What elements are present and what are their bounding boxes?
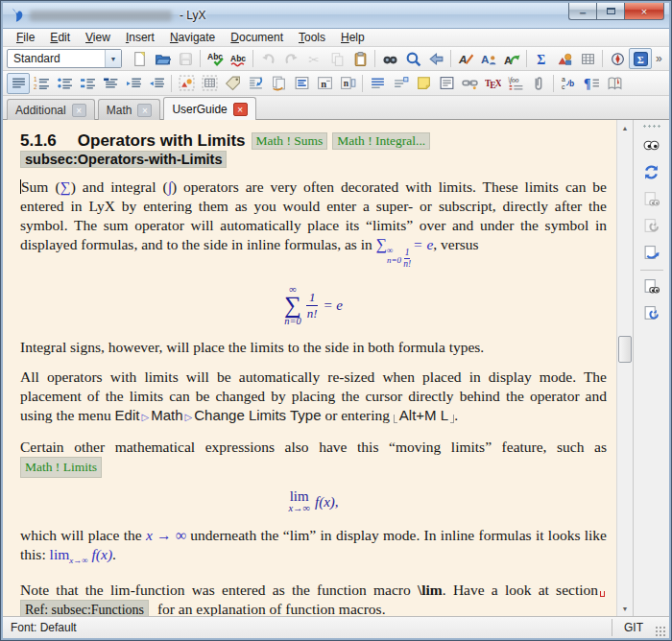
update-other-document-icon[interactable] — [637, 300, 666, 326]
paragraph-style-dropdown[interactable]: Standard▼ — [7, 49, 122, 68]
toolbar-drag-handle[interactable] — [642, 124, 661, 129]
resize-grip[interactable] — [655, 626, 667, 638]
thesaurus-icon[interactable]: acb — [557, 73, 580, 94]
document-canvas[interactable]: 5.1.6 Operators with Limits Math ! Sums … — [3, 120, 616, 616]
insert-caption-icon[interactable] — [366, 73, 389, 94]
insert-footnote-icon[interactable]: n — [313, 73, 336, 94]
tab-additional[interactable]: Additional× — [7, 99, 95, 120]
copy-icon[interactable] — [325, 48, 348, 69]
scrollbar-thumb[interactable] — [618, 336, 632, 363]
insert-short-title-icon[interactable] — [389, 73, 412, 94]
scrollbar-track[interactable] — [617, 135, 633, 601]
insert-figure-float-icon[interactable] — [175, 73, 198, 94]
check-spelling-continuously-icon[interactable]: Abc — [227, 48, 250, 69]
scroll-up-button[interactable]: ▲ — [617, 120, 633, 135]
tab-label: Math — [107, 104, 132, 117]
tab-close-icon[interactable]: × — [72, 104, 86, 117]
view-master-document-icon[interactable] — [637, 186, 666, 212]
menu-document[interactable]: Document — [223, 30, 291, 45]
menu-help[interactable]: Help — [333, 30, 372, 45]
paragraph-default-icon[interactable] — [7, 73, 30, 94]
inline-math-lim[interactable]: limx→∞ f(x) — [50, 546, 112, 562]
insert-graphics-icon[interactable] — [553, 48, 576, 69]
numbered-list-icon[interactable]: 12 — [30, 73, 53, 94]
toolbar-overflow-chevron[interactable]: » — [652, 52, 666, 65]
shortcut-corner-mark — [394, 415, 397, 423]
insert-tex-code-icon[interactable]: TEX — [481, 73, 504, 94]
update-master-document-icon[interactable] — [637, 213, 666, 239]
menubar: FileEditViewInsertNavigateDocumentToolsH… — [3, 29, 669, 47]
labeling-list-icon[interactable] — [76, 73, 99, 94]
paste-icon[interactable] — [348, 48, 372, 69]
menu-insert[interactable]: Insert — [118, 30, 162, 45]
inline-math-sum-symbol[interactable]: ∑ — [60, 178, 71, 195]
tab-math[interactable]: Math× — [98, 99, 161, 120]
search-icon[interactable] — [401, 48, 424, 69]
index-inset[interactable]: Math ! Sums — [252, 132, 328, 150]
svg-text:Abc: Abc — [230, 53, 246, 62]
menu-view[interactable]: View — [78, 30, 118, 45]
menu-tools[interactable]: Tools — [291, 30, 333, 45]
attach-file-icon[interactable] — [527, 73, 550, 94]
spellcheck-icon[interactable]: Abc — [204, 48, 227, 69]
noun-icon[interactable]: A — [477, 48, 500, 69]
index-inset[interactable]: Math ! Integral... — [332, 132, 430, 150]
view-other-formats-icon[interactable] — [637, 240, 666, 266]
hyphenation-icon[interactable] — [603, 73, 626, 94]
insert-table-float-icon[interactable] — [198, 73, 221, 94]
save-document-icon[interactable] — [174, 48, 197, 69]
svg-text:2: 2 — [34, 83, 37, 90]
view-document-icon[interactable] — [637, 132, 666, 158]
maximize-button[interactable] — [596, 3, 624, 20]
paragraph-settings-icon[interactable]: ¶ — [580, 73, 603, 94]
navigate-back-icon[interactable] — [424, 48, 447, 69]
increase-depth-icon[interactable] — [122, 73, 145, 94]
menu-edit[interactable]: Edit — [42, 30, 78, 45]
index-inset[interactable]: Math ! Limits — [20, 457, 102, 478]
paragraph-4: Certain other mathematical expressions a… — [20, 438, 607, 478]
insert-marginnote-icon[interactable]: n — [336, 73, 359, 94]
cross-reference-inset[interactable]: Ref: subsec:Functions — [20, 600, 149, 616]
decrease-depth-icon[interactable] — [145, 73, 168, 94]
open-document-icon[interactable] — [151, 48, 174, 69]
tab-close-icon[interactable]: × — [233, 103, 248, 116]
tab-close-icon[interactable]: × — [137, 104, 152, 117]
include-file-icon[interactable] — [267, 73, 290, 94]
insert-wrap-float-icon[interactable] — [244, 73, 267, 94]
emphasis-icon[interactable]: A — [454, 48, 477, 69]
math-toolbar-toggle-icon[interactable]: Σ — [629, 48, 652, 69]
inline-math-formula[interactable]: ∑∞n=01n!= e — [376, 236, 434, 252]
cut-icon[interactable]: ✂ — [302, 48, 325, 69]
label-inset[interactable]: subsec:Operators-with-Limits — [20, 151, 227, 168]
insert-box-icon[interactable] — [435, 73, 458, 94]
dropdown-arrow-icon[interactable]: ▼ — [105, 50, 121, 67]
description-list-icon[interactable] — [99, 73, 122, 94]
math-mode-icon[interactable]: Σ — [530, 48, 553, 69]
display-formula-sum[interactable]: ∞ ∑ n=0 1 n! = e — [20, 280, 607, 327]
vertical-scrollbar[interactable]: ▲ ▼ — [616, 120, 633, 616]
menu-file[interactable]: File — [9, 30, 42, 45]
minimize-button[interactable]: – — [568, 3, 596, 20]
redo-icon[interactable] — [279, 48, 302, 69]
insert-label-icon[interactable] — [221, 73, 244, 94]
insert-hyperlink-icon[interactable] — [458, 73, 481, 94]
find-replace-icon[interactable] — [378, 48, 401, 69]
new-document-icon[interactable] — [128, 48, 151, 69]
undo-icon[interactable] — [256, 48, 279, 69]
insert-nomenclature-icon[interactable]: \foo — [504, 73, 527, 94]
menu-navigate[interactable]: Navigate — [162, 30, 223, 45]
view-other-document-icon[interactable] — [637, 273, 666, 299]
scroll-down-button[interactable]: ▼ — [617, 601, 633, 616]
insert-table-icon[interactable] — [576, 48, 599, 69]
bullet-list-icon[interactable] — [53, 73, 76, 94]
tab-userguide[interactable]: UserGuide× — [163, 97, 255, 120]
update-view-icon[interactable] — [637, 159, 666, 185]
display-formula-lim[interactable]: lim x→∞ f(x), — [20, 488, 607, 514]
outline-icon[interactable] — [606, 48, 629, 69]
insert-note-icon[interactable] — [412, 73, 435, 94]
insert-listing-icon[interactable] — [290, 73, 313, 94]
equals-e: = e — [323, 298, 343, 313]
apply-textstyle-icon[interactable]: A — [500, 48, 523, 69]
close-button[interactable]: × — [624, 3, 664, 20]
inline-math-x-to-inf[interactable]: x → ∞ — [146, 527, 186, 543]
